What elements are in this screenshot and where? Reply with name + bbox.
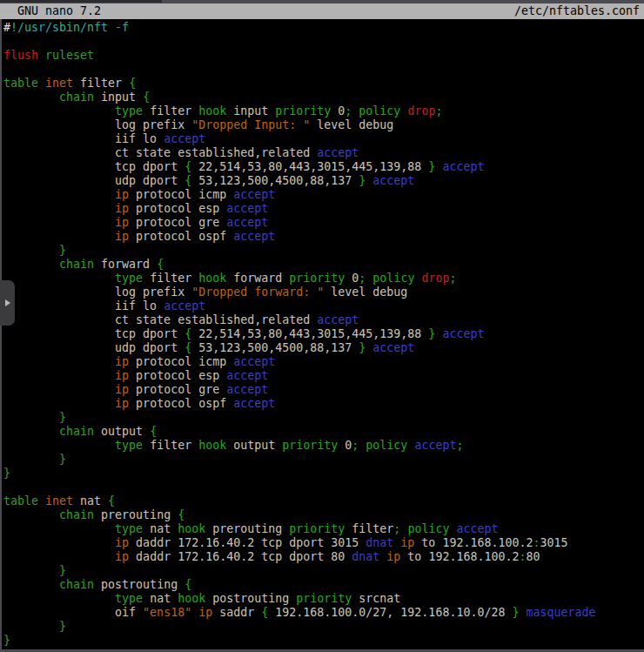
code-token	[3, 244, 59, 257]
code-token: 22,514,53,80,443,3015,445,139,88	[191, 327, 428, 340]
code-line: udp dport { 53,123,500,4500,88,137 } acc…	[3, 341, 644, 355]
code-token: priority	[289, 272, 345, 285]
code-line	[3, 481, 644, 494]
code-token: ip	[115, 230, 129, 243]
code-token: inet	[45, 77, 73, 90]
code-line: ip protocol icmp accept	[3, 188, 644, 202]
code-token: filter	[345, 522, 393, 535]
code-token: to 192.168.100.2	[400, 550, 519, 563]
code-line: iif lo accept	[3, 299, 644, 313]
code-token: protocol esp	[129, 202, 226, 215]
code-token	[3, 216, 115, 229]
code-line: type filter hook forward priority 0; pol…	[3, 272, 644, 286]
code-token: dnat	[352, 550, 379, 563]
code-token: ip	[115, 355, 129, 368]
code-token	[3, 536, 115, 549]
code-line: #!/usr/sbin/nft -f	[3, 21, 644, 35]
code-token	[3, 355, 115, 368]
code-line: tcp dport { 22,514,53,80,443,3015,445,13…	[3, 160, 644, 174]
code-token: chain	[59, 258, 94, 271]
code-token: 0	[338, 439, 352, 452]
code-line: ip protocol esp accept	[3, 202, 644, 216]
code-token: "Dropped forward: "	[191, 286, 324, 299]
code-token	[3, 383, 115, 396]
code-line	[3, 35, 644, 49]
code-token: tcp dport	[3, 327, 184, 340]
code-line: log prefix "Dropped forward: " level deb…	[3, 286, 644, 299]
code-token	[3, 202, 115, 215]
code-token	[3, 369, 115, 382]
code-token: ip	[115, 550, 129, 563]
code-token: masquerade	[526, 606, 595, 619]
code-line: ip protocol icmp accept	[3, 355, 644, 369]
code-line: ip protocol ospf accept	[3, 397, 644, 411]
code-line: table inet filter {	[3, 77, 644, 91]
code-line: ct state established,related accept	[3, 313, 644, 327]
code-token: protocol gre	[129, 383, 226, 396]
code-token: oif	[3, 606, 143, 619]
code-token: ip	[386, 550, 400, 563]
code-line: }	[3, 467, 644, 481]
sidebar-toggle-handle[interactable]	[0, 280, 15, 326]
code-token: protocol icmp	[129, 355, 233, 368]
code-token: table	[3, 494, 38, 507]
code-token: priority	[282, 439, 338, 452]
code-token: 53,123,500,4500,88,137	[191, 174, 359, 187]
code-token: log prefix	[3, 286, 191, 299]
code-token: type	[115, 439, 143, 452]
code-token: 3015	[540, 536, 567, 549]
code-token: accept	[233, 397, 275, 410]
code-token: priority	[296, 592, 352, 605]
code-token: type	[115, 104, 143, 118]
code-token: accept	[456, 522, 498, 535]
code-token: table	[3, 77, 38, 90]
code-token: daddr 172.16.40.2 tcp dport 80	[129, 550, 352, 563]
code-line: tcp dport { 22,514,53,80,443,3015,445,13…	[3, 327, 644, 341]
code-token: }	[3, 634, 10, 647]
code-token: 53,123,500,4500,88,137	[191, 341, 359, 354]
code-line: oif "ens18" ip saddr { 192.168.100.0/27,…	[3, 606, 644, 620]
code-token: ip	[400, 536, 414, 549]
code-token: ct state established,related	[3, 146, 317, 159]
code-token: }	[3, 467, 10, 480]
code-token: ip	[115, 216, 129, 229]
code-token: nat	[73, 494, 108, 507]
code-token: policy	[366, 439, 407, 452]
code-token: accept	[226, 216, 268, 229]
code-token: accept	[233, 355, 275, 368]
code-token: chain	[59, 578, 94, 591]
code-token	[3, 578, 59, 591]
code-line: chain prerouting {	[3, 508, 644, 522]
code-token: drop	[421, 272, 449, 285]
code-line: ip daddr 172.16.40.2 tcp dport 80 dnat i…	[3, 550, 644, 564]
code-token: tcp dport	[3, 160, 184, 173]
code-line: }	[3, 453, 644, 467]
code-token	[3, 258, 59, 271]
code-token	[3, 91, 59, 104]
code-token: postrouting	[205, 592, 296, 605]
code-line: type nat hook postrouting priority srcna…	[3, 592, 644, 606]
code-token	[3, 411, 59, 424]
code-token: accept	[164, 132, 205, 145]
code-token: {	[184, 578, 191, 591]
code-token: ;	[456, 439, 463, 452]
code-token: type	[115, 522, 143, 535]
code-token	[3, 439, 115, 452]
code-token: {	[184, 327, 191, 340]
code-token: protocol ospf	[129, 397, 233, 410]
code-token: {	[129, 77, 136, 90]
code-line: flush ruleset	[3, 49, 644, 63]
code-token: hook	[198, 439, 226, 452]
code-token: ip	[115, 383, 129, 396]
code-token: prerouting	[205, 522, 289, 535]
code-token: {	[184, 160, 191, 173]
code-token: output	[226, 439, 282, 452]
code-token: hook	[198, 104, 226, 118]
editor-area[interactable]: #!/usr/sbin/nft -fflush rulesettable ine…	[0, 21, 644, 652]
code-line: type filter hook output priority 0; poli…	[3, 439, 644, 453]
code-token: policy	[407, 522, 449, 535]
code-token: policy	[359, 104, 400, 118]
code-token: "ens18"	[143, 606, 191, 619]
code-token: protocol icmp	[129, 188, 233, 201]
code-line: ip protocol gre accept	[3, 216, 644, 230]
